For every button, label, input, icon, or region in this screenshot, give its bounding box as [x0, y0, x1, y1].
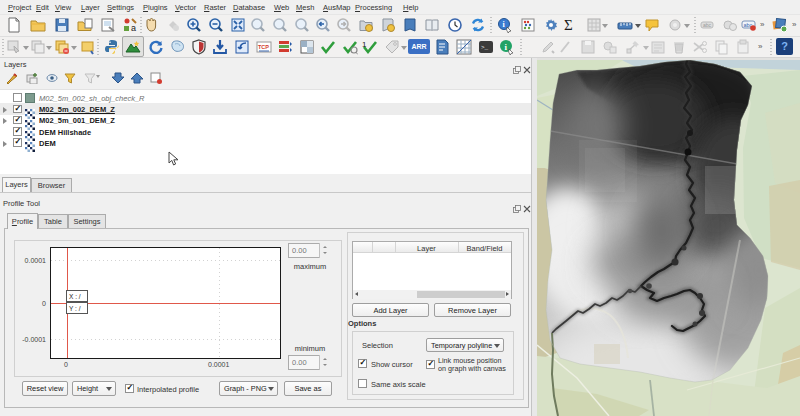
- svg-text:a: a: [131, 23, 136, 33]
- svg-text:>_: >_: [481, 44, 489, 51]
- svg-text:abc: abc: [703, 22, 712, 28]
- svg-text:1: 1: [362, 40, 367, 49]
- svg-text:TCP: TCP: [258, 44, 269, 50]
